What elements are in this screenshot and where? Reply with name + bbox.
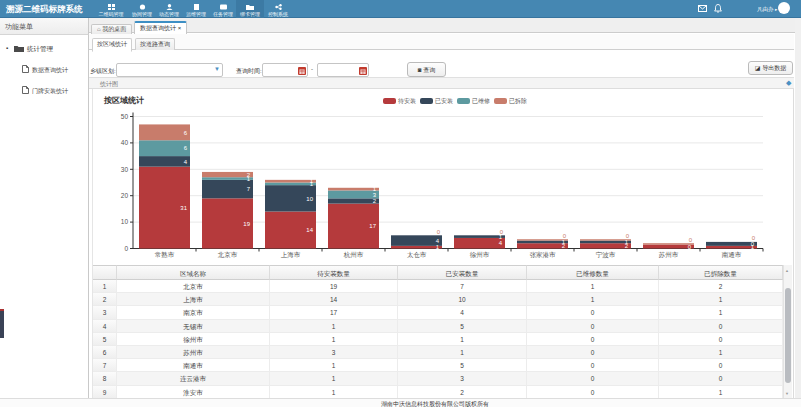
svg-text:北京市: 北京市 — [218, 251, 238, 259]
svg-text:50: 50 — [121, 113, 129, 120]
svg-text:0: 0 — [689, 237, 693, 243]
svg-text:0: 0 — [626, 233, 630, 239]
svg-text:苏州市: 苏州市 — [658, 251, 679, 258]
svg-text:0: 0 — [437, 229, 441, 235]
svg-text:19: 19 — [243, 221, 250, 227]
svg-text:10: 10 — [306, 196, 313, 202]
svg-text:徐州市: 徐州市 — [470, 251, 490, 259]
svg-text:20: 20 — [121, 192, 129, 199]
svg-text:40: 40 — [121, 139, 129, 146]
svg-text:10: 10 — [121, 218, 129, 225]
svg-text:14: 14 — [306, 227, 313, 233]
svg-text:张家港市: 张家港市 — [530, 251, 557, 259]
svg-text:常熟市: 常熟市 — [155, 251, 175, 259]
svg-text:杭州市: 杭州市 — [343, 251, 364, 259]
svg-text:南通市: 南通市 — [722, 251, 742, 258]
svg-text:上海市: 上海市 — [281, 251, 301, 259]
svg-text:0: 0 — [124, 245, 128, 252]
svg-text:31: 31 — [180, 205, 187, 211]
svg-text:30: 30 — [121, 166, 129, 173]
svg-text:17: 17 — [369, 223, 376, 229]
svg-text:太仓市: 太仓市 — [407, 251, 427, 258]
svg-text:0: 0 — [563, 233, 567, 239]
svg-text:宁波市: 宁波市 — [596, 251, 616, 259]
